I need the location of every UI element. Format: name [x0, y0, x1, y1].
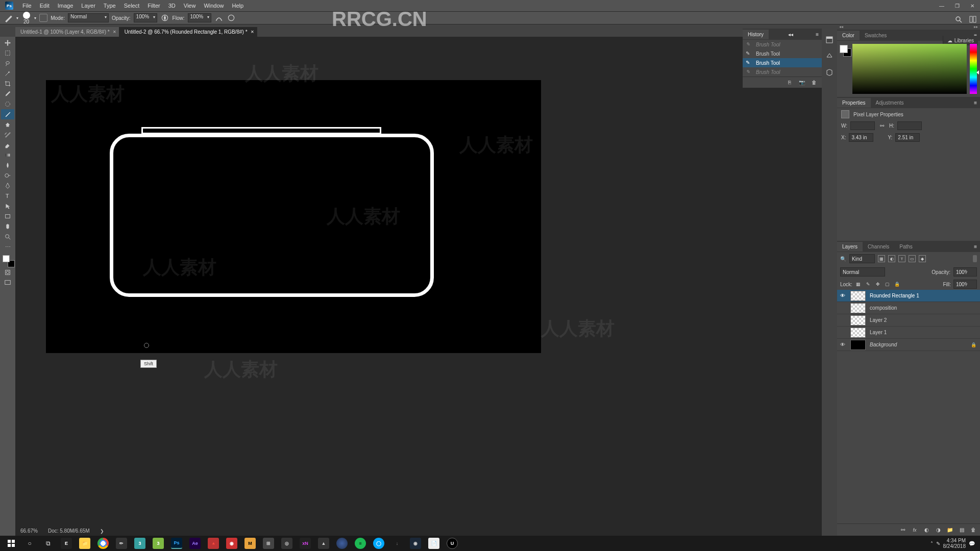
filter-kind-icon[interactable]: 🔍	[840, 256, 846, 262]
menu-image[interactable]: Image	[54, 1, 78, 10]
layer-name[interactable]: Layer 2	[868, 317, 980, 323]
layer-row[interactable]: 👁 composition	[837, 302, 980, 314]
filter-kind-select[interactable]: Kind	[849, 254, 875, 263]
properties-tab[interactable]: Properties	[837, 98, 871, 108]
rectangle-tool[interactable]	[1, 211, 14, 221]
lock-pixels-icon[interactable]: ✎	[865, 281, 872, 288]
collapsed-panel-icon[interactable]	[824, 35, 835, 45]
screenmode-icon[interactable]	[1, 278, 14, 288]
color-field[interactable]	[852, 44, 967, 94]
move-tool[interactable]	[1, 38, 14, 48]
width-input[interactable]	[850, 121, 875, 130]
menu-filter[interactable]: Filter	[143, 1, 164, 10]
taskbar-app-steam[interactable]: ◉	[406, 536, 425, 550]
taskbar-app-unreal[interactable]: U	[443, 536, 461, 550]
spot-heal-tool[interactable]	[1, 99, 14, 109]
taskbar-app[interactable]: xN	[296, 536, 314, 550]
visibility-toggle-icon[interactable]: 👁	[837, 317, 848, 323]
type-tool[interactable]: T	[1, 191, 14, 201]
arrange-docs-icon[interactable]	[968, 14, 978, 24]
lock-transparency-icon[interactable]: ▦	[855, 281, 862, 288]
lock-all-icon[interactable]: 🔒	[894, 281, 901, 288]
taskbar-app[interactable]: 📄	[425, 536, 443, 550]
taskbar-app[interactable]: 3	[149, 536, 167, 550]
filter-shape-icon[interactable]: ▭	[909, 255, 916, 262]
menu-select[interactable]: Select	[120, 1, 144, 10]
pen-tool[interactable]	[1, 181, 14, 191]
menu-file[interactable]: File	[18, 1, 36, 10]
collapsed-panel-icon[interactable]	[824, 67, 835, 78]
visibility-toggle-icon[interactable]: 👁	[837, 305, 848, 311]
crop-tool[interactable]	[1, 79, 14, 89]
gradient-tool[interactable]	[1, 150, 14, 160]
brush-tool[interactable]	[1, 109, 14, 119]
menu-3d[interactable]: 3D	[164, 1, 180, 10]
quickmask-icon[interactable]	[1, 267, 14, 278]
swatches-tab[interactable]: Swatches	[860, 31, 892, 40]
layer-row[interactable]: 👁 Rounded Rectangle 1	[837, 290, 980, 302]
taskbar-app[interactable]: E	[57, 536, 76, 550]
start-button[interactable]	[2, 536, 20, 550]
blend-mode-select[interactable]: Normal	[68, 13, 109, 22]
visibility-toggle-icon[interactable]: 👁	[837, 342, 848, 347]
visibility-toggle-icon[interactable]: 👁	[837, 330, 848, 335]
layer-row[interactable]: 👁 Background 🔒	[837, 339, 980, 351]
menu-edit[interactable]: Edit	[36, 1, 54, 10]
canvas[interactable]: Shift	[46, 80, 541, 353]
taskbar-app[interactable]: 3	[131, 536, 149, 550]
hue-slider[interactable]	[970, 44, 977, 94]
layer-thumbnail[interactable]	[850, 303, 866, 313]
color-tab[interactable]: Color	[837, 31, 860, 40]
layer-row[interactable]: 👁 Layer 2	[837, 314, 980, 327]
task-view-icon[interactable]: ⧉	[39, 536, 57, 550]
tool-indicator-brush-icon[interactable]	[4, 13, 13, 22]
opacity-select[interactable]: 100%	[134, 13, 157, 22]
path-select-tool[interactable]	[1, 201, 14, 211]
layer-thumbnail[interactable]	[850, 328, 866, 338]
lock-position-icon[interactable]: ✥	[874, 281, 881, 288]
dodge-tool[interactable]	[1, 170, 14, 181]
visibility-toggle-icon[interactable]: 👁	[837, 293, 848, 298]
delete-state-icon[interactable]: 🗑	[811, 80, 818, 85]
layer-opacity-select[interactable]: 100%	[953, 267, 977, 277]
workspace[interactable]: Shift	[15, 37, 822, 536]
layer-name[interactable]: Layer 1	[868, 330, 980, 335]
filter-pixel-icon[interactable]: ▦	[878, 255, 885, 262]
menu-view[interactable]: View	[180, 1, 200, 10]
history-item[interactable]: ✎Brush Tool	[743, 49, 822, 58]
history-item[interactable]: ✎Brush Tool	[743, 40, 822, 49]
taskbar-app[interactable]: ◯	[370, 536, 388, 550]
taskbar-app-explorer[interactable]: 📁	[76, 536, 94, 550]
history-item[interactable]: ✎Brush Tool	[743, 58, 822, 67]
taskbar-app[interactable]: ◎	[278, 536, 296, 550]
marquee-tool[interactable]	[1, 48, 14, 58]
brush-panel-toggle-icon[interactable]	[39, 14, 47, 22]
document-tab-1[interactable]: Untitled-1 @ 100% (Layer 4, RGB/8#) *✕	[15, 27, 119, 37]
paths-tab[interactable]: Paths	[894, 242, 918, 252]
history-tab[interactable]: History	[743, 30, 769, 39]
window-minimize-button[interactable]: —	[934, 0, 949, 11]
layer-thumbnail[interactable]	[850, 315, 866, 325]
fx-icon[interactable]: fx	[911, 527, 918, 533]
cortana-icon[interactable]: ○	[20, 536, 39, 550]
layer-name[interactable]: Rounded Rectangle 1	[868, 293, 980, 298]
taskbar-app[interactable]: ✏	[112, 536, 131, 550]
taskbar-app[interactable]	[333, 536, 351, 550]
layer-name[interactable]: composition	[868, 305, 980, 311]
taskbar-app[interactable]: ▲	[314, 536, 333, 550]
search-icon[interactable]	[953, 14, 964, 24]
color-swatches[interactable]	[3, 255, 15, 267]
mask-icon[interactable]: ◐	[923, 527, 930, 533]
eraser-tool[interactable]	[1, 140, 14, 150]
foreground-swatch[interactable]	[3, 255, 10, 262]
create-doc-from-state-icon[interactable]: ⎘	[786, 80, 793, 85]
document-tab-2[interactable]: Untitled-2 @ 66.7% (Rounded Rectangle 1,…	[119, 27, 257, 37]
hand-tool[interactable]	[1, 221, 14, 232]
zoom-tool[interactable]	[1, 232, 14, 242]
brush-preview-icon[interactable]	[23, 12, 30, 19]
lasso-tool[interactable]	[1, 58, 14, 68]
history-collapse-icon[interactable]: ◂◂	[785, 32, 796, 37]
taskbar-app[interactable]: M	[241, 536, 259, 550]
tray-expand-icon[interactable]: ˄	[930, 541, 933, 546]
link-layers-icon[interactable]: ⚯	[899, 527, 906, 533]
